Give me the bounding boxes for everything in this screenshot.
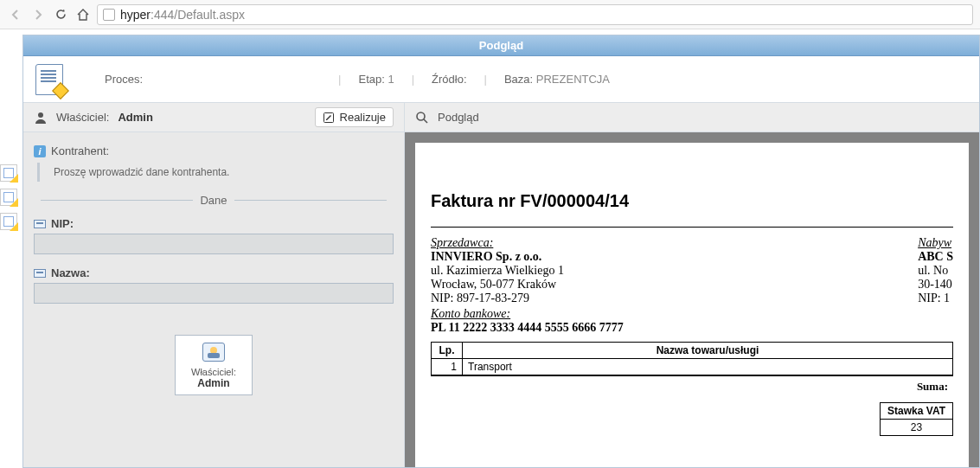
edit-icon [323,112,335,124]
window-title: Podgląd [23,35,979,56]
app-window: Podgląd Proces: | Etap: 1 | Źródło: | Ba… [22,35,980,468]
preview-viewport[interactable]: Faktura nr FV/000004/14 Sprzedawca: INNV… [405,132,979,467]
realizuje-button[interactable]: Realizuje [315,107,394,127]
kontrahent-header: Kontrahent: [34,144,394,157]
owner-label: Właściciel: [56,111,109,124]
edge-doc-icon[interactable] [0,164,17,182]
reload-button[interactable] [52,6,69,23]
nazwa-label: Nazwa: [51,266,90,279]
col-nazwa: Nazwa towaru/usługi [463,343,953,359]
owner-card-value: Admin [179,377,248,389]
field-nip: NIP: [34,217,394,254]
url-bar[interactable]: hyper:444/Default.aspx [97,4,973,25]
owner-card-label: Właściciel: [179,367,248,377]
document-edit-icon [35,64,63,95]
browser-toolbar: hyper:444/Default.aspx [0,0,980,29]
kontrahent-hint: Proszę wprowadzić dane kontrahenta. [47,166,387,178]
info-icon [34,145,46,157]
svg-point-0 [38,112,43,118]
user-icon [34,111,48,125]
seller-block: Sprzedawca: INNVIERO Sp. z o.o. ul. Kazi… [431,236,624,342]
url-text: hyper:444/Default.aspx [120,8,245,22]
kontrahent-info: Proszę wprowadzić dane kontrahenta. [37,163,394,182]
field-icon [34,220,46,228]
page-icon [103,9,115,21]
meta-etap: Etap: 1 [358,73,394,86]
vat-value: 23 [881,420,953,436]
preview-pane: Podgląd Faktura nr FV/000004/14 Sprzedaw… [405,103,979,467]
field-icon [34,269,46,278]
svg-point-2 [417,112,425,120]
edge-icons [0,164,21,230]
nip-input[interactable] [34,234,394,254]
col-lp: Lp. [432,343,463,359]
home-button[interactable] [74,6,92,23]
section-divider: Dane [34,194,394,207]
sum-label: Suma: [431,375,953,397]
nazwa-input[interactable] [34,283,394,304]
buyer-block: Nabyw ABC S ul. No 30-140 NIP: 1 [918,236,953,342]
badge-icon [202,343,225,362]
meta-bar: Proces: | Etap: 1 | Źródło: | Baza: PREZ… [23,56,979,103]
form-pane: Właściciel: Admin Realizuje Kontrahent: … [23,103,405,467]
items-table: Lp. Nazwa towaru/usługi 1 Transport [431,342,953,375]
vat-header: Stawka VAT [881,403,953,420]
invoice-title: Faktura nr FV/000004/14 [431,191,953,211]
meta-baza: Baza: PREZENTCJA [504,73,610,86]
edge-doc-icon[interactable] [0,213,17,230]
meta-proces: Proces: [105,73,143,86]
table-row: 1 Transport [432,359,953,375]
svg-line-3 [424,119,427,123]
vat-table: Stawka VAT 23 [880,402,953,436]
form-header: Właściciel: Admin Realizuje [23,103,404,132]
field-nazwa: Nazwa: [34,266,394,304]
magnifier-icon [415,111,429,125]
invoice-document: Faktura nr FV/000004/14 Sprzedawca: INNV… [415,143,969,467]
forward-button[interactable] [29,6,47,23]
edge-doc-icon[interactable] [0,189,17,206]
back-button[interactable] [7,6,24,23]
owner-card[interactable]: Właściciel: Admin [175,335,253,395]
meta-zrodlo: Źródło: [432,73,466,86]
preview-title: Podgląd [438,111,479,124]
nip-label: NIP: [51,217,74,230]
preview-header: Podgląd [405,103,979,132]
owner-value: Admin [118,111,152,124]
